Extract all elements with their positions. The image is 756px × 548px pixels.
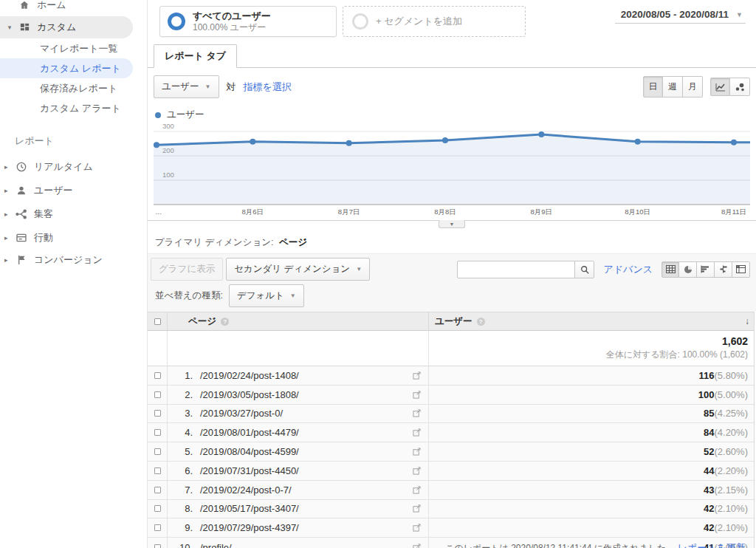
search-button[interactable] (575, 261, 594, 278)
home-icon (18, 0, 31, 12)
granularity-day-button[interactable]: 日 (643, 76, 663, 97)
page-url-link[interactable]: /2019/03/05/post-1808/ (200, 389, 299, 400)
row-checkbox[interactable] (148, 386, 168, 404)
external-link-icon[interactable] (413, 371, 421, 380)
row-users-value: 42 (704, 522, 714, 533)
data-point[interactable] (635, 139, 641, 145)
external-link-icon[interactable] (413, 448, 421, 456)
column-header-users[interactable]: ユーザー (435, 315, 472, 328)
row-checkbox[interactable] (148, 462, 168, 480)
behavior-icon (15, 231, 28, 244)
metric-dropdown[interactable]: ユーザー ▼ (154, 75, 219, 98)
sidebar-item-my-reports[interactable]: マイレポート一覧 (0, 38, 133, 58)
refresh-report-link[interactable]: レポートを更新 (678, 542, 746, 548)
row-users-percent: (2.15%) (714, 484, 748, 496)
external-link-icon[interactable] (413, 486, 421, 494)
tab-report[interactable]: レポート タブ (154, 44, 237, 68)
sidebar-item-behavior[interactable]: ▸ 行動 (0, 226, 147, 250)
motion-chart-icon (735, 83, 745, 92)
row-users-value: 116 (698, 370, 714, 381)
select-metric-link[interactable]: 指標を選択 (244, 81, 292, 94)
data-point[interactable] (538, 131, 544, 137)
flag-icon (15, 253, 28, 267)
sidebar-item-audience[interactable]: ▸ ユーザー (0, 179, 147, 202)
row-checkbox[interactable] (148, 405, 168, 423)
row-users-value: 85 (704, 408, 714, 419)
table-row: 7./2019/02/24/post-0-7/43(2.15%) (148, 481, 754, 500)
external-link-icon[interactable] (413, 391, 421, 399)
row-checkbox[interactable] (148, 481, 168, 499)
sidebar-item-custom[interactable]: ▾ カスタム (0, 16, 133, 38)
primary-dimension-page[interactable]: ページ (279, 237, 307, 247)
row-checkbox[interactable] (148, 423, 168, 442)
chart-collapse-button[interactable]: ▼ (439, 220, 465, 228)
date-range-selector[interactable]: 2020/08/05 - 2020/08/11 ▼ (615, 7, 746, 24)
row-index: 9. (168, 522, 193, 533)
page-url-link[interactable]: /2019/03/27/post-0/ (200, 408, 283, 419)
page-url-link[interactable]: /2019/08/01/post-4479/ (200, 427, 299, 438)
column-header-page[interactable]: ページ (188, 315, 216, 328)
sidebar-item-home[interactable]: ホーム (0, 0, 147, 16)
add-segment-button[interactable]: + セグメントを追加 (343, 6, 526, 37)
table-search-input[interactable] (457, 261, 575, 278)
comparison-view-button[interactable] (715, 261, 732, 278)
help-icon[interactable]: ? (477, 318, 485, 326)
page-url-link[interactable]: /profile/ (200, 542, 232, 548)
data-point[interactable] (250, 139, 255, 145)
secondary-dimension-dropdown[interactable]: セカンダリ ディメンション ▼ (226, 258, 370, 281)
row-index: 6. (168, 465, 193, 476)
series-legend-dot (155, 112, 161, 118)
row-checkbox[interactable] (148, 366, 168, 385)
external-link-icon[interactable] (413, 409, 421, 417)
row-checkbox[interactable] (148, 500, 168, 518)
sidebar-item-acquisition[interactable]: ▸ 集客 (0, 202, 147, 226)
trend-area-chart: 100200300 (154, 124, 750, 207)
row-checkbox[interactable] (148, 518, 168, 537)
sidebar-item-realtime[interactable]: ▸ リアルタイム (0, 155, 147, 179)
page-url-link[interactable]: /2019/05/17/post-3407/ (200, 503, 299, 514)
sidebar-item-conversions[interactable]: ▸ コンバージョン (0, 250, 147, 270)
pivot-view-button[interactable] (732, 261, 750, 278)
sidebar-item-saved-reports[interactable]: 保存済みレポート (0, 78, 133, 98)
row-index: 4. (168, 427, 193, 438)
sort-descending-icon[interactable]: ↓ (745, 316, 749, 326)
chevron-right-icon: ▸ (4, 256, 13, 264)
row-users-percent: (2.10%) (714, 503, 748, 514)
external-link-icon[interactable] (413, 544, 421, 548)
page-url-link[interactable]: /2019/07/29/post-4397/ (200, 522, 299, 533)
page-url-link[interactable]: /2019/02/24/post-0-7/ (200, 484, 292, 496)
percentage-view-button[interactable] (679, 261, 697, 278)
help-icon[interactable]: ? (221, 318, 229, 326)
sort-type-dropdown[interactable]: デフォルト ▼ (229, 284, 304, 307)
sidebar-item-custom-reports[interactable]: カスタム レポート (0, 58, 133, 78)
users-trend-chart[interactable]: 100200300 …8月6日8月7日8月8日8月9日8月10日8月11日 (154, 124, 750, 217)
row-checkbox[interactable] (148, 442, 168, 461)
granularity-week-button[interactable]: 週 (663, 76, 683, 97)
data-point[interactable] (346, 140, 352, 146)
external-link-icon[interactable] (413, 467, 421, 475)
segment-card-all-users[interactable]: すべてのユーザー 100.00% ユーザー (159, 6, 337, 37)
external-link-icon[interactable] (413, 428, 421, 436)
data-point[interactable] (442, 137, 448, 143)
performance-view-button[interactable] (697, 261, 715, 278)
chevron-right-icon: ▸ (4, 163, 13, 171)
data-view-button[interactable] (662, 261, 679, 278)
page-url-link[interactable]: /2019/07/31/post-4450/ (200, 465, 299, 476)
row-checkbox[interactable] (148, 538, 168, 548)
header-checkbox[interactable] (148, 312, 168, 330)
line-chart-view-button[interactable] (710, 78, 730, 96)
add-segment-label: + セグメントを追加 (376, 15, 462, 28)
data-point[interactable] (154, 142, 159, 148)
page-url-link[interactable]: /2019/02/24/post-1408/ (200, 370, 299, 381)
page-url-link[interactable]: /2019/08/04/post-4599/ (200, 446, 299, 457)
data-point[interactable] (731, 140, 737, 145)
acquisition-icon (15, 208, 28, 221)
motion-chart-view-button[interactable] (730, 78, 750, 96)
external-link-icon[interactable] (413, 504, 421, 513)
granularity-month-button[interactable]: 月 (683, 76, 703, 97)
external-link-icon[interactable] (413, 524, 421, 532)
sidebar-item-custom-alerts[interactable]: カスタム アラート (0, 98, 133, 118)
plot-rows-button[interactable]: グラフに表示 (151, 258, 223, 281)
advanced-filter-link[interactable]: アドバンス (603, 263, 653, 276)
chevron-down-icon: ▼ (205, 83, 211, 90)
